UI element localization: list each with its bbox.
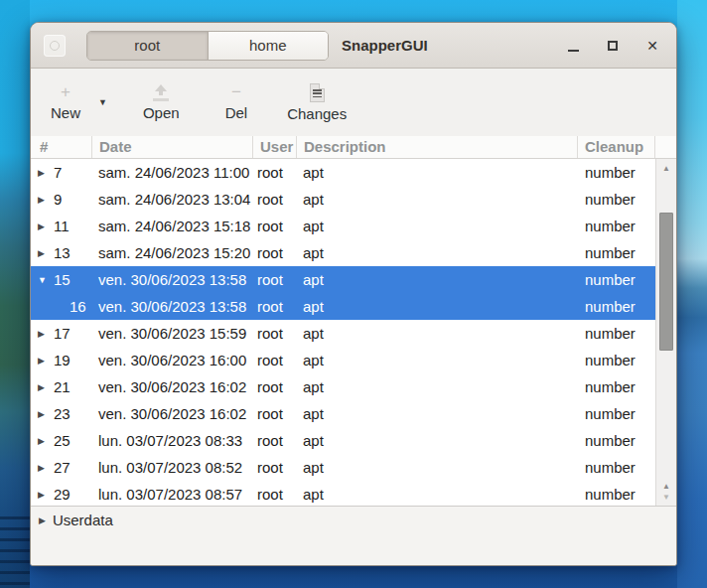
snapshot-date: ven. 30/06/2023 16:02: [92, 378, 253, 395]
table-row[interactable]: ▶ 23 ven. 30/06/2023 16:02 root apt numb…: [31, 400, 655, 427]
row-expander-icon[interactable]: ▶: [38, 168, 48, 178]
new-button-label: New: [51, 104, 80, 121]
snapshot-date: sam. 24/06/2023 15:18: [92, 218, 253, 234]
row-expander-icon[interactable]: ▶: [38, 248, 48, 258]
table-row[interactable]: ▶ 25 lun. 03/07/2023 08:33 root apt numb…: [31, 427, 655, 454]
snapshot-user: root: [253, 191, 297, 208]
vertical-scrollbar[interactable]: ▲ ▲ ▼: [655, 159, 676, 506]
row-expander-icon[interactable]: ▶: [38, 195, 48, 205]
snapshot-cleanup: number: [578, 405, 655, 422]
desktop-right-edge: [677, 0, 707, 588]
snapshot-description: apt: [297, 218, 578, 234]
snapshot-description: apt: [297, 352, 578, 368]
titlebar[interactable]: root home SnapperGUI ✕: [31, 23, 676, 69]
snapshot-description: apt: [297, 405, 578, 422]
userdata-label: Userdata: [53, 512, 113, 528]
table-row[interactable]: ▶ 19 ven. 30/06/2023 16:00 root apt numb…: [31, 347, 655, 373]
cell-num: ▼ 15: [31, 266, 92, 293]
scroll-up-button-secondary[interactable]: ▲: [656, 481, 676, 492]
row-expander-icon[interactable]: ▶: [38, 221, 48, 231]
snapshot-cleanup: number: [578, 486, 655, 503]
delete-snapshot-button[interactable]: − Del: [217, 80, 256, 125]
header-scroll-spacer: [655, 136, 676, 158]
snapshot-cleanup: number: [578, 164, 655, 181]
row-expander-icon[interactable]: ▼: [38, 275, 48, 285]
table-row[interactable]: ▶ 21 ven. 30/06/2023 16:02 root apt numb…: [31, 373, 655, 400]
table-row[interactable]: ▶ 9 sam. 24/06/2023 13:04 root apt numbe…: [31, 186, 655, 213]
scroll-down-button[interactable]: ▼: [656, 492, 676, 503]
snapshot-list-area: ▶ 7 sam. 24/06/2023 11:00 root apt numbe…: [31, 159, 676, 506]
table-header: # Date User Description Cleanup: [31, 136, 676, 159]
snapshot-date: lun. 03/07/2023 08:52: [92, 459, 253, 476]
window-controls: ✕: [561, 34, 664, 58]
cell-num: ▶ 7: [31, 159, 92, 186]
close-button[interactable]: ✕: [640, 34, 664, 58]
row-expander-icon[interactable]: ▶: [38, 490, 48, 500]
snapshot-user: root: [253, 405, 297, 422]
cell-num: ▶ 19: [31, 347, 92, 373]
scrollbar-thumb[interactable]: [659, 213, 673, 351]
row-expander-icon[interactable]: ▶: [38, 382, 48, 392]
row-expander-icon[interactable]: ▶: [38, 463, 48, 473]
snapshot-user: root: [253, 298, 297, 315]
table-row[interactable]: ▶ 7 sam. 24/06/2023 11:00 root apt numbe…: [31, 159, 655, 186]
table-row[interactable]: 16 ven. 30/06/2023 13:58 root apt number: [31, 293, 655, 320]
chevron-down-icon: ▼: [98, 97, 107, 107]
snapshot-user: root: [253, 218, 297, 234]
snapshot-user: root: [253, 271, 297, 288]
row-expander-icon[interactable]: ▶: [38, 436, 48, 446]
table-row[interactable]: ▶ 17 ven. 30/06/2023 15:59 root apt numb…: [31, 320, 655, 347]
snapshot-description: apt: [297, 244, 578, 261]
snapshot-number: 23: [54, 405, 71, 422]
changes-button[interactable]: Changes: [279, 79, 354, 126]
plus-icon: +: [61, 84, 71, 101]
row-expander-icon[interactable]: ▶: [38, 409, 48, 419]
column-header-cleanup[interactable]: Cleanup: [578, 136, 655, 158]
tab-root[interactable]: root: [87, 32, 208, 60]
row-expander-icon[interactable]: ▶: [38, 329, 48, 339]
snapshot-cleanup: number: [578, 432, 655, 449]
open-snapshot-button[interactable]: Open: [135, 80, 188, 125]
snappergui-window: root home SnapperGUI ✕ + New ▼ Open − De…: [30, 22, 677, 566]
snapshot-description: apt: [297, 164, 578, 181]
column-header-description[interactable]: Description: [297, 136, 578, 158]
table-row[interactable]: ▶ 13 sam. 24/06/2023 15:20 root apt numb…: [31, 239, 655, 266]
cell-num: ▶ 27: [31, 454, 92, 481]
column-header-user[interactable]: User: [253, 136, 297, 158]
snapshot-date: ven. 30/06/2023 13:58: [92, 298, 253, 315]
snapshot-app-icon: [44, 35, 66, 57]
table-row[interactable]: ▶ 11 sam. 24/06/2023 15:18 root apt numb…: [31, 213, 655, 239]
table-row[interactable]: ▶ 29 lun. 03/07/2023 08:57 root apt numb…: [31, 481, 655, 506]
window-title: SnapperGUI: [342, 37, 428, 54]
snapshot-description: apt: [297, 432, 578, 449]
snapshot-date: sam. 24/06/2023 13:04: [92, 191, 253, 208]
snapshot-description: apt: [297, 459, 578, 476]
userdata-panel: ▶ Userdata: [31, 506, 676, 565]
del-button-label: Del: [225, 104, 248, 121]
snapshot-number: 27: [54, 459, 71, 476]
column-header-num[interactable]: #: [31, 136, 92, 158]
snapshot-number: 25: [54, 432, 71, 449]
maximize-button[interactable]: [601, 34, 625, 58]
snapshot-number: 11: [54, 218, 70, 234]
new-dropdown-button[interactable]: ▼: [92, 91, 113, 113]
snapshot-user: root: [253, 352, 297, 368]
new-snapshot-button[interactable]: + New: [43, 80, 88, 125]
minimize-icon: [568, 50, 579, 52]
row-expander-icon[interactable]: ▶: [38, 356, 48, 366]
config-tab-switcher: root home: [86, 31, 329, 61]
minimize-button[interactable]: [561, 34, 585, 58]
snapshot-number: 13: [54, 244, 71, 261]
cell-num: ▶ 13: [31, 239, 92, 266]
table-row[interactable]: ▶ 27 lun. 03/07/2023 08:52 root apt numb…: [31, 454, 655, 481]
maximize-icon: [608, 41, 618, 51]
snapshot-date: sam. 24/06/2023 11:00: [92, 164, 253, 181]
snapshot-number: 21: [54, 378, 71, 395]
close-icon: ✕: [646, 39, 658, 53]
column-header-date[interactable]: Date: [92, 136, 253, 158]
userdata-expander[interactable]: ▶ Userdata: [31, 507, 676, 533]
table-row[interactable]: ▼ 15 ven. 30/06/2023 13:58 root apt numb…: [31, 266, 655, 293]
tab-home[interactable]: home: [208, 32, 329, 60]
changes-button-label: Changes: [287, 105, 347, 122]
scroll-up-button[interactable]: ▲: [656, 163, 676, 175]
